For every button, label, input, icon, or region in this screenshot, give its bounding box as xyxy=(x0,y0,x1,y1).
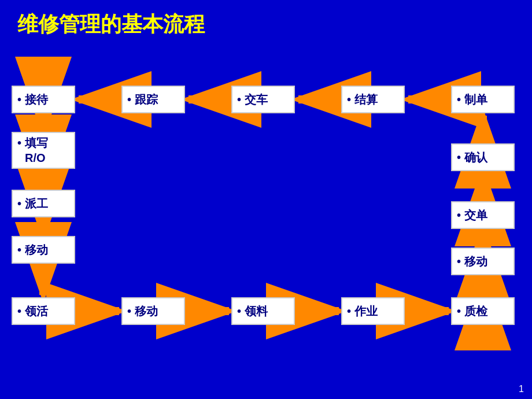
box-jiaodaan: •交单 xyxy=(451,201,515,229)
slide: 维修管理的基本流程 xyxy=(0,0,532,399)
box-tiexie: •填写•R/O xyxy=(12,132,75,169)
box-jiaoche: •交车 xyxy=(231,86,295,113)
box-linghuo: •领活 xyxy=(12,297,75,325)
box-yidong1: •移动 xyxy=(12,236,75,264)
page-title: 维修管理的基本流程 xyxy=(17,10,205,39)
box-jiesuan: •结算 xyxy=(341,86,405,113)
box-zhijian: •质检 xyxy=(451,297,515,325)
box-queren: •确认 xyxy=(451,143,515,171)
box-yidong3: •移动 xyxy=(121,297,185,325)
box-lingliao: •领料 xyxy=(231,297,295,325)
arrows-diagram xyxy=(0,0,532,399)
box-paigong: •派工 xyxy=(12,190,75,217)
box-yidong2: •移动 xyxy=(451,247,515,275)
box-zhidan: •制单 xyxy=(451,86,515,113)
box-jiedai: •接待 xyxy=(12,86,75,113)
box-genzong: •跟踪 xyxy=(121,86,185,113)
box-zuoye: •作业 xyxy=(341,297,405,325)
page-number: 1 xyxy=(519,384,524,394)
